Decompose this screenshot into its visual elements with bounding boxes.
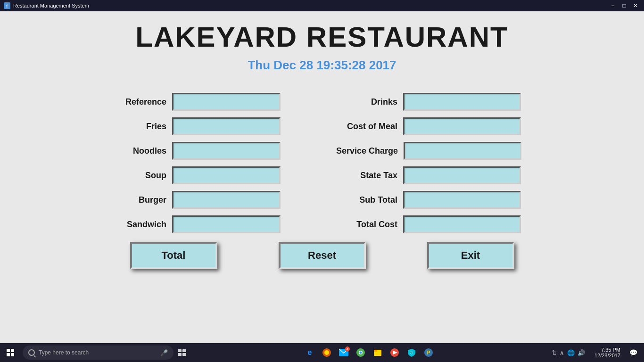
service-charge-row: Service Charge <box>336 140 534 161</box>
files-icon[interactable] <box>370 345 385 360</box>
system-tray: ⇅ ∧ 🌐 🔊 <box>548 349 589 356</box>
svg-rect-0 <box>7 349 10 352</box>
clock-time: 7:35 PM <box>601 347 620 353</box>
soup-input-wrapper <box>172 166 281 184</box>
taskbar-icons: e 4 <box>298 345 440 360</box>
burger-input[interactable] <box>172 191 281 209</box>
noodles-input[interactable] <box>172 142 281 160</box>
app-datetime: Thu Dec 28 19:35:28 2017 <box>248 58 396 73</box>
start-button[interactable] <box>0 343 21 362</box>
service-charge-input-wrapper <box>404 142 521 160</box>
sandwich-label: Sandwich <box>110 220 166 230</box>
soup-row: Soup <box>110 165 308 186</box>
total-cost-input-wrapper <box>403 215 521 233</box>
form-area: Reference Fries Noodles <box>110 91 534 235</box>
svg-text:P: P <box>427 350 430 355</box>
chrome-icon[interactable] <box>353 345 368 360</box>
search-bar[interactable]: Type here to search 🎤 <box>23 346 173 360</box>
total-cost-label: Total Cost <box>336 220 397 230</box>
reference-input[interactable] <box>172 93 281 111</box>
title-bar-left: 🍴 Restaurant Management System <box>4 2 89 9</box>
svg-rect-2 <box>7 353 10 356</box>
svg-rect-7 <box>182 353 186 356</box>
state-tax-input-wrapper <box>403 166 521 184</box>
volume-icon[interactable]: 🔊 <box>578 349 585 356</box>
svg-rect-5 <box>182 349 186 352</box>
svg-rect-6 <box>178 353 182 356</box>
reset-button[interactable]: Reset <box>279 242 366 269</box>
service-charge-label: Service Charge <box>336 146 398 156</box>
sub-total-input-wrapper <box>403 191 521 209</box>
media-icon[interactable] <box>387 345 402 360</box>
reference-label: Reference <box>110 97 166 107</box>
cost-of-meal-row: Cost of Meal <box>336 116 534 137</box>
sub-total-input[interactable] <box>403 191 521 209</box>
sub-total-label: Sub Total <box>336 195 397 205</box>
sandwich-input-wrapper <box>172 215 281 233</box>
mic-icon: 🎤 <box>160 349 168 356</box>
exit-button[interactable]: Exit <box>427 242 514 269</box>
drinks-label: Drinks <box>336 97 397 107</box>
task-view-button[interactable] <box>173 343 190 362</box>
security-icon[interactable]: 🛡 <box>404 345 419 360</box>
soup-input[interactable] <box>172 166 281 184</box>
svg-text:🛡: 🛡 <box>410 351 413 355</box>
buttons-container: Total Reset Exit <box>110 242 534 269</box>
drinks-row: Drinks <box>336 91 534 112</box>
service-charge-input[interactable] <box>404 142 521 160</box>
total-cost-input[interactable] <box>403 215 521 233</box>
total-cost-row: Total Cost <box>336 214 534 235</box>
svg-point-9 <box>324 350 329 355</box>
svg-rect-3 <box>11 353 14 356</box>
network-activity-icon[interactable]: ⇅ <box>552 349 557 356</box>
taskbar-left: Type here to search 🎤 <box>0 343 190 362</box>
burger-input-wrapper <box>172 191 281 209</box>
window-title: Restaurant Management System <box>13 3 89 8</box>
burger-row: Burger <box>110 189 308 210</box>
svg-rect-15 <box>374 350 377 352</box>
title-bar: 🍴 Restaurant Management System − □ ✕ <box>0 0 644 11</box>
sub-total-row: Sub Total <box>336 189 534 210</box>
cost-of-meal-label: Cost of Meal <box>336 122 397 132</box>
cost-of-meal-input[interactable] <box>403 117 521 135</box>
firefox-icon[interactable] <box>319 345 334 360</box>
form-container: Reference Fries Noodles <box>14 87 630 269</box>
taskbar-right: ⇅ ∧ 🌐 🔊 7:35 PM 12/28/2017 💬 <box>548 345 644 360</box>
network-icon[interactable]: 🌐 <box>567 349 575 356</box>
reference-input-wrapper <box>172 93 281 111</box>
state-tax-row: State Tax <box>336 165 534 186</box>
clock-date: 12/28/2017 <box>594 353 620 358</box>
reference-row: Reference <box>110 91 308 112</box>
search-icon <box>28 349 35 356</box>
close-button[interactable]: ✕ <box>631 2 640 9</box>
right-column: Drinks Cost of Meal Service Charge <box>336 91 534 235</box>
expand-tray-icon[interactable]: ∧ <box>560 349 564 356</box>
app-icon: 🍴 <box>4 2 10 9</box>
noodles-input-wrapper <box>172 142 281 160</box>
sandwich-row: Sandwich <box>110 214 308 235</box>
python-icon[interactable]: P <box>421 345 436 360</box>
maximize-button[interactable]: □ <box>619 2 629 9</box>
mail-icon[interactable]: 4 <box>336 345 351 360</box>
drinks-input[interactable] <box>403 93 521 111</box>
svg-rect-1 <box>11 349 14 352</box>
fries-row: Fries <box>110 116 308 137</box>
app-title: LAKEYARD RESTAURANT <box>135 21 508 53</box>
burger-label: Burger <box>110 195 166 205</box>
mail-badge: 4 <box>345 346 350 352</box>
taskbar: Type here to search 🎤 e <box>0 343 644 362</box>
cost-of-meal-input-wrapper <box>403 117 521 135</box>
total-button[interactable]: Total <box>130 242 217 269</box>
left-column: Reference Fries Noodles <box>110 91 308 235</box>
svg-point-13 <box>359 352 362 354</box>
system-clock[interactable]: 7:35 PM 12/28/2017 <box>591 347 624 358</box>
drinks-input-wrapper <box>403 93 521 111</box>
state-tax-label: State Tax <box>336 171 397 181</box>
noodles-label: Noodles <box>110 146 166 156</box>
fries-input[interactable] <box>172 117 281 135</box>
sandwich-input[interactable] <box>172 215 281 233</box>
notification-button[interactable]: 💬 <box>626 345 640 360</box>
minimize-button[interactable]: − <box>608 2 618 9</box>
state-tax-input[interactable] <box>403 166 521 184</box>
ie-icon[interactable]: e <box>302 345 317 360</box>
